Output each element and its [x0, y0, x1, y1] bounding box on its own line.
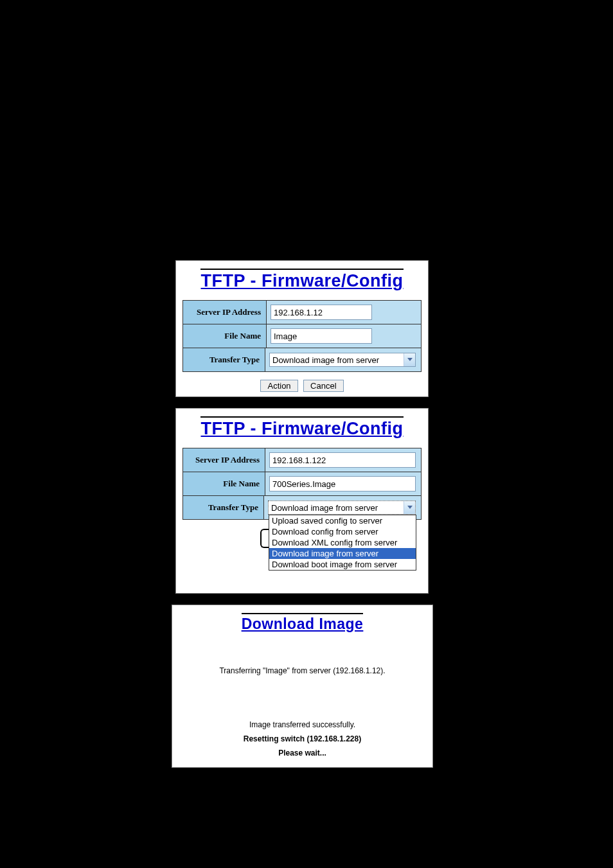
transfer-type-select-open[interactable]: Download image from server Upload saved …: [268, 500, 416, 515]
status-success: Image transferred successfully.: [172, 720, 432, 729]
status-wait: Please wait...: [172, 748, 432, 757]
cell-server-ip: [265, 448, 421, 472]
transfer-type-selected: Download image from server: [269, 503, 404, 513]
label-file-name: File Name: [183, 324, 267, 348]
status-transferring: Transferring "Image" from server (192.16…: [172, 666, 432, 675]
option-download-image[interactable]: Download image from server: [269, 548, 416, 559]
cell-transfer-type: Download image from server Upload saved …: [264, 496, 421, 519]
transfer-type-dropdown: Upload saved config to server Download c…: [269, 515, 416, 571]
transfer-type-selected: Download image from server: [270, 355, 404, 365]
cell-server-ip: [267, 301, 421, 324]
action-button[interactable]: Action: [260, 380, 298, 392]
cell-transfer-type: Download image from server: [265, 348, 421, 371]
label-server-ip: Server IP Address: [183, 448, 265, 472]
row-server-ip: Server IP Address: [182, 448, 422, 472]
label-transfer-type: Transfer Type: [183, 348, 265, 371]
label-server-ip: Server IP Address: [183, 301, 267, 324]
file-name-input[interactable]: [269, 476, 416, 492]
row-server-ip: Server IP Address: [182, 300, 422, 324]
option-download-config[interactable]: Download config from server: [269, 526, 416, 537]
option-download-xml-config[interactable]: Download XML config from server: [269, 537, 416, 548]
bracket-icon: [260, 529, 269, 548]
tftp-config-panel-2: TFTP - Firmware/Config Server IP Address…: [175, 408, 429, 594]
option-upload-config[interactable]: Upload saved config to server: [269, 515, 416, 526]
page-title: TFTP - Firmware/Config: [200, 418, 403, 439]
title-rule: TFTP - Firmware/Config: [200, 269, 403, 291]
row-transfer-type: Transfer Type Download image from server…: [182, 496, 422, 520]
button-row: Action Cancel: [176, 380, 428, 392]
label-transfer-type: Transfer Type: [183, 496, 264, 519]
tftp-config-panel-1: TFTP - Firmware/Config Server IP Address…: [175, 260, 429, 397]
title-rule: Download Image: [242, 613, 364, 633]
page-title: TFTP - Firmware/Config: [200, 270, 403, 291]
download-image-panel: Download Image Transferring "Image" from…: [172, 605, 433, 768]
option-download-boot-image[interactable]: Download boot image from server: [269, 559, 416, 570]
page-title: Download Image: [242, 614, 364, 633]
chevron-down-icon: [404, 501, 415, 514]
status-resetting: Resetting switch (192.168.1.228): [172, 734, 432, 743]
cell-file-name: [267, 324, 421, 348]
title-rule: TFTP - Firmware/Config: [200, 416, 403, 439]
chevron-down-icon: [404, 353, 415, 366]
row-transfer-type: Transfer Type Download image from server: [182, 348, 422, 372]
transfer-type-select[interactable]: Download image from server: [269, 353, 416, 367]
row-file-name: File Name: [182, 472, 422, 496]
server-ip-input[interactable]: [271, 305, 372, 320]
label-file-name: File Name: [183, 472, 265, 495]
server-ip-input[interactable]: [269, 452, 416, 468]
cell-file-name: [265, 472, 421, 495]
file-name-input[interactable]: [271, 328, 372, 344]
row-file-name: File Name: [182, 324, 422, 348]
cancel-button[interactable]: Cancel: [303, 380, 343, 392]
